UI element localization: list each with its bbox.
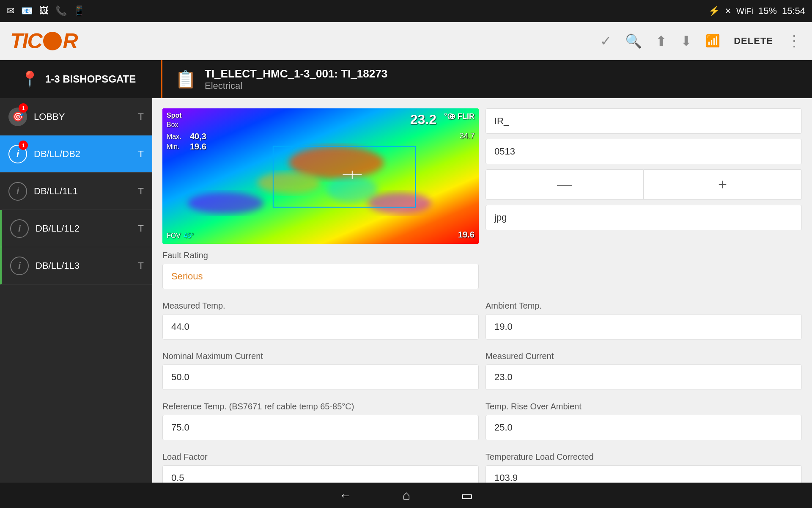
temp-load-corrected-group: Temperature Load Corrected 103.9 — [486, 447, 802, 483]
sidebar-item-lobby[interactable]: 🎯 1 LOBBY T — [0, 98, 152, 135]
recents-button[interactable]: ▭ — [461, 488, 473, 503]
stepper-plus-button[interactable]: + — [644, 169, 802, 200]
sub-header-doc: 📋 TI_ELECT_HMC_1-3_001: TI_18273 Electri… — [162, 67, 387, 91]
fault-rating-input[interactable]: Serious — [162, 264, 479, 289]
load-factor-input[interactable]: 0.5 — [162, 465, 479, 483]
nominal-max-current-label: Nominal Maximum Current — [162, 351, 479, 361]
check-icon[interactable]: ✓ — [600, 33, 612, 49]
thermal-max-val: 34.7 — [460, 132, 475, 141]
location-pin-icon: 📍 — [20, 70, 39, 88]
status-bar: ✉ 📧 🖼 📞 📱 ⚡ ✕ WiFi 15% 15:54 — [0, 0, 812, 22]
field3-input[interactable]: jpg — [486, 205, 802, 230]
flir-logo: ⊕ FLIR — [449, 112, 475, 121]
sidebar-item-db-ll-1l1[interactable]: i DB/LL/1L1 T — [0, 173, 152, 210]
clipboard-icon: 📋 — [175, 69, 196, 89]
content-area: Spot Box 23.2 °C ⊕ FLIR 34.7 Max. 40,3 M… — [152, 98, 812, 483]
time-display: 15:54 — [782, 6, 805, 17]
nominal-max-current-input[interactable]: 50.0 — [162, 364, 479, 390]
ambient-temp-group: Ambient Temp. 19.0 — [486, 296, 802, 340]
temp-rise-input[interactable]: 25.0 — [486, 415, 802, 440]
measured-current-group: Measured Current 23.0 — [486, 346, 802, 390]
status-bar-left: ✉ 📧 🖼 📞 📱 — [7, 6, 85, 17]
message-icon: ✉ — [7, 6, 14, 17]
lobby-label: LOBBY — [34, 111, 138, 122]
reference-temp-input[interactable]: 75.0 — [162, 415, 479, 440]
nominal-max-current-group: Nominal Maximum Current 50.0 — [162, 346, 479, 390]
app-logo: TIC R — [10, 29, 77, 53]
more-options-icon[interactable]: ⋮ — [787, 32, 802, 50]
signal-bars-icon: 📶 — [705, 34, 720, 48]
lobby-badge: 1 — [19, 103, 28, 113]
db-ll-1l1-tag: T — [138, 186, 144, 197]
db-ll-db2-badge: 1 — [19, 141, 28, 150]
phone-icon: 📞 — [55, 6, 67, 17]
status-bar-right: ⚡ ✕ WiFi 15% 15:54 — [708, 6, 805, 17]
db-ll-1l2-icon: i — [10, 219, 29, 238]
left-column: Spot Box 23.2 °C ⊕ FLIR 34.7 Max. 40,3 M… — [162, 108, 479, 289]
reference-temp-label: Reference Temp. (BS7671 ref cable temp 6… — [162, 402, 479, 411]
upload-icon[interactable]: ⬆ — [656, 33, 667, 49]
temp-load-corrected-input[interactable]: 103.9 — [486, 465, 802, 483]
thermal-max-num: 40,3 — [190, 132, 206, 141]
doc-title: TI_ELECT_HMC_1-3_001: TI_18273 — [205, 67, 387, 80]
right-column: IR_ 0513 — + jpg — [486, 108, 802, 289]
measured-temp-input[interactable]: 44.0 — [162, 314, 479, 340]
thermal-max-label: Max. — [167, 133, 181, 141]
stepper-minus-button[interactable]: — — [486, 169, 644, 200]
temp-rise-label: Temp. Rise Over Ambient — [486, 402, 802, 411]
thermal-temp-main: 23.2 — [410, 112, 436, 127]
measured-temp-label: Measured Temp. — [162, 301, 479, 311]
delete-button[interactable]: DELETE — [734, 36, 773, 47]
db-ll-1l2-label: DB/LL/1L2 — [36, 223, 138, 234]
fault-rating-label: Fault Rating — [162, 251, 479, 260]
ambient-temp-input[interactable]: 19.0 — [486, 314, 802, 340]
thermal-fov-val: 45° — [184, 232, 194, 240]
db-ll-1l2-tag: T — [138, 223, 144, 234]
email-icon: 📧 — [21, 6, 33, 17]
sub-header: 📍 1-3 BISHOPSGATE 📋 TI_ELECT_HMC_1-3_001… — [0, 60, 812, 98]
measured-temp-group: Measured Temp. 44.0 — [162, 296, 479, 340]
sidebar-item-db-ll-db2[interactable]: i 1 DB/LL/DB2 T — [0, 135, 152, 173]
thermal-min-num: 19.6 — [190, 142, 206, 152]
db-ll-1l3-label: DB/LL/1L3 — [36, 260, 138, 271]
db-ll-1l3-tag: T — [138, 260, 144, 271]
db-ll-1l1-icon: i — [8, 182, 27, 201]
field2-input[interactable]: 0513 — [486, 139, 802, 164]
search-icon[interactable]: 🔍 — [625, 33, 642, 49]
doc-subtitle: Electrical — [205, 80, 387, 91]
reference-temp-group: Reference Temp. (BS7671 ref cable temp 6… — [162, 397, 479, 440]
db-ll-db2-tag: T — [138, 149, 144, 160]
sidebar-item-db-ll-1l3[interactable]: i DB/LL/1L3 T — [0, 247, 152, 284]
download-icon[interactable]: ⬇ — [680, 33, 692, 49]
location-name: 1-3 BISHOPSGATE — [45, 73, 136, 85]
thermal-fov-label: FOV — [167, 232, 181, 240]
temp-rise-group: Temp. Rise Over Ambient 25.0 — [486, 397, 802, 440]
toolbar: TIC R ✓ 🔍 ⬆ ⬇ 📶 DELETE ⋮ — [0, 22, 812, 60]
image-icon: 🖼 — [39, 6, 49, 17]
thermal-bottom-right: 19.6 — [458, 230, 475, 240]
signal-x-icon: ✕ — [725, 6, 731, 16]
thermal-min-label: Min. — [167, 143, 179, 151]
thermal-spot-label: Spot — [167, 112, 182, 119]
wifi-icon: WiFi — [736, 6, 753, 16]
sidebar: 🎯 1 LOBBY T i 1 DB/LL/DB2 T i DB/LL/1L1 … — [0, 98, 152, 483]
home-button[interactable]: ⌂ — [403, 488, 410, 502]
field1-input[interactable]: IR_ — [486, 108, 802, 134]
bluetooth-icon: ⚡ — [708, 6, 720, 17]
temp-load-corrected-label: Temperature Load Corrected — [486, 452, 802, 462]
tablet-icon: 📱 — [74, 6, 85, 17]
load-factor-group: Load Factor 0.5 — [162, 447, 479, 483]
battery-status: 15% — [758, 6, 777, 17]
thermal-box-label: Box — [167, 121, 178, 129]
main-layout: 🎯 1 LOBBY T i 1 DB/LL/DB2 T i DB/LL/1L1 … — [0, 98, 812, 483]
measured-current-label: Measured Current — [486, 351, 802, 361]
load-factor-label: Load Factor — [162, 452, 479, 462]
db-ll-1l1-label: DB/LL/1L1 — [34, 186, 138, 197]
back-button[interactable]: ← — [339, 488, 352, 502]
lobby-tag: T — [138, 111, 144, 122]
measured-current-input[interactable]: 23.0 — [486, 364, 802, 390]
ambient-temp-label: Ambient Temp. — [486, 301, 802, 311]
form-fields-section: Measured Temp. 44.0 Ambient Temp. 19.0 N… — [162, 296, 802, 483]
sidebar-item-db-ll-1l2[interactable]: i DB/LL/1L2 T — [0, 210, 152, 247]
sub-header-location: 📍 1-3 BISHOPSGATE — [10, 60, 162, 98]
